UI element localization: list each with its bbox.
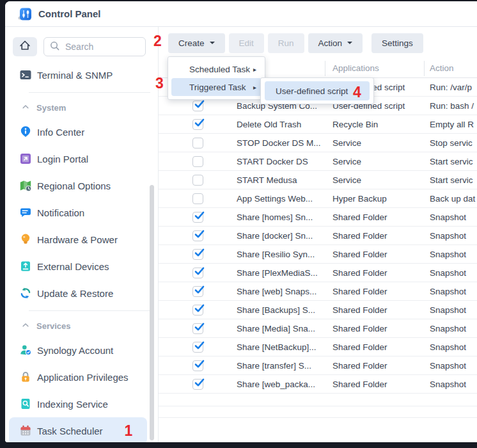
sidebar-item-notification[interactable]: Notification [5, 199, 158, 226]
application-cell: Shared Folder [325, 212, 424, 222]
header-separator [424, 61, 425, 76]
button-label: Settings [382, 38, 413, 48]
submenu-arrow-icon: ▸ [253, 84, 256, 91]
row-checkbox-cell [159, 305, 203, 316]
checkbox-unchecked[interactable] [192, 193, 203, 204]
search-input[interactable] [64, 41, 140, 52]
checkbox-checked[interactable] [192, 305, 203, 316]
checkbox-checked[interactable] [192, 268, 203, 278]
empty-grid-line [159, 406, 477, 406]
task-name-cell: Share [homes] Sn... [203, 212, 325, 222]
table-row: START MedusaServiceStart servic [159, 171, 477, 189]
sidebar-item-task-scheduler[interactable]: Task Scheduler1 [9, 417, 147, 442]
indexing-service-icon [19, 397, 32, 410]
login-portal-icon [19, 152, 32, 165]
terminal-icon [19, 68, 32, 81]
task-name-cell: Share [Resilio Syn... [203, 250, 325, 259]
action-button[interactable]: Action [308, 33, 363, 53]
menu-item-triggered-task[interactable]: Triggered Task▸ [171, 78, 262, 96]
table-row: Share [homes] Sn...Shared FolderSnapshot [159, 208, 477, 227]
toolbar: CreateEditRunActionSettings [159, 27, 477, 59]
create-button[interactable]: Create [168, 33, 225, 53]
menu-item-label: Scheduled Task [189, 65, 250, 74]
sidebar-item-label: Application Privileges [37, 372, 129, 383]
checkbox-unchecked[interactable] [192, 138, 203, 148]
checkbox-unchecked[interactable] [192, 175, 203, 186]
caret-down-icon [347, 42, 352, 44]
sidebar-scrollbar[interactable] [150, 185, 154, 440]
home-button[interactable] [13, 37, 37, 56]
task-table: ApplicationsActionUser-defined scriptRun… [159, 59, 477, 394]
sidebar-item-synology-account[interactable]: Synology Account [5, 337, 158, 364]
menu-item-scheduled-task[interactable]: Scheduled Task▸ [171, 60, 262, 78]
checkbox-checked[interactable] [192, 360, 203, 371]
application-cell: Shared Folder [325, 305, 424, 315]
sidebar-item-external-devices[interactable]: External Devices [5, 253, 158, 280]
row-checkbox-cell [159, 360, 203, 371]
task-name-cell: Delete Old Trash [203, 120, 325, 129]
action-cell: Stop servic [424, 138, 477, 148]
menu-item-label: Triggered Task [189, 83, 246, 92]
row-checkbox-cell [159, 342, 203, 353]
sidebar-item-label: Info Center [37, 127, 84, 138]
checkbox-checked[interactable] [192, 100, 203, 111]
action-cell: Snapshot [424, 250, 477, 259]
table-row: Share [Media] Sna...Shared FolderSnapsho… [159, 319, 477, 338]
row-checkbox-cell [159, 100, 203, 111]
checkbox-checked[interactable] [192, 342, 203, 353]
action-cell: Snapshot [424, 380, 477, 389]
checkbox-unchecked[interactable] [192, 156, 203, 167]
sidebar-item-update-restore[interactable]: Update & Restore [5, 280, 158, 307]
chevron-up-icon [21, 321, 30, 332]
task-name-cell: START Medusa [203, 175, 325, 185]
application-cell: Shared Folder [325, 380, 424, 389]
task-name-cell: Share [web] Snaps... [203, 287, 325, 296]
action-cell: Empty all R [424, 120, 477, 129]
sidebar-section-system[interactable]: System [5, 97, 158, 118]
sidebar-item-hardware-power[interactable]: Hardware & Power [5, 226, 158, 253]
table-row: Share [NetBackup]...Shared FolderSnapsho… [159, 338, 477, 356]
run-button[interactable]: Run [268, 33, 304, 53]
checkbox-checked[interactable] [192, 249, 203, 260]
action-cell: Snapshot [424, 212, 477, 222]
create-dropdown-menu: Scheduled Task▸Triggered Task▸ [168, 56, 265, 100]
button-label: Run [278, 38, 294, 48]
sidebar-item-terminal-snmp[interactable]: Terminal & SNMP [5, 61, 158, 88]
action-cell: Snapshot [424, 287, 477, 296]
row-checkbox-cell [159, 138, 203, 148]
header-applications: Applications [325, 63, 424, 73]
application-cell: Hyper Backup [325, 194, 424, 204]
application-cell: Shared Folder [325, 231, 424, 241]
sidebar-item-login-portal[interactable]: Login Portal [5, 145, 158, 172]
edit-button[interactable]: Edit [229, 33, 264, 53]
table-row: Share [web_packa...Shared FolderSnapshot [159, 375, 477, 394]
sidebar-section-services[interactable]: Services [5, 315, 158, 337]
action-cell: Snapshot [424, 324, 477, 333]
sidebar-item-label: Regional Options [37, 180, 111, 191]
application-cell: Shared Folder [325, 342, 424, 352]
checkbox-checked[interactable] [192, 230, 203, 241]
table-row: Share [Backups] S...Shared FolderSnapsho… [159, 301, 477, 319]
sidebar-item-regional-options[interactable]: Regional Options [5, 172, 158, 199]
checkbox-checked[interactable] [192, 212, 203, 223]
sidebar-item-indexing-service[interactable]: Indexing Service [5, 390, 158, 417]
submenu-arrow-icon: ▸ [253, 66, 256, 73]
sidebar-item-info-center[interactable]: Info Center [5, 118, 158, 145]
application-cell: Shared Folder [325, 287, 424, 296]
task-name-cell: STOP Docker DS M... [203, 138, 325, 148]
row-checkbox-cell [159, 212, 203, 223]
sidebar-item-label: Notification [37, 207, 84, 218]
checkbox-checked[interactable] [192, 286, 203, 297]
row-checkbox-cell [159, 268, 203, 278]
sidebar-item-label: Hardware & Power [37, 234, 118, 245]
action-cell: Snapshot [424, 361, 477, 371]
action-cell: Start servic [424, 175, 477, 185]
search-box[interactable] [43, 37, 146, 56]
sidebar-item-label: Indexing Service [37, 399, 108, 410]
settings-button[interactable]: Settings [371, 33, 423, 53]
checkbox-checked[interactable] [192, 323, 203, 334]
checkbox-checked[interactable] [192, 119, 203, 130]
table-row: Share [Resilio Syn...Shared FolderSnapsh… [159, 245, 477, 264]
sidebar-item-application-privileges[interactable]: Application Privileges [5, 364, 158, 390]
checkbox-checked[interactable] [192, 379, 203, 390]
